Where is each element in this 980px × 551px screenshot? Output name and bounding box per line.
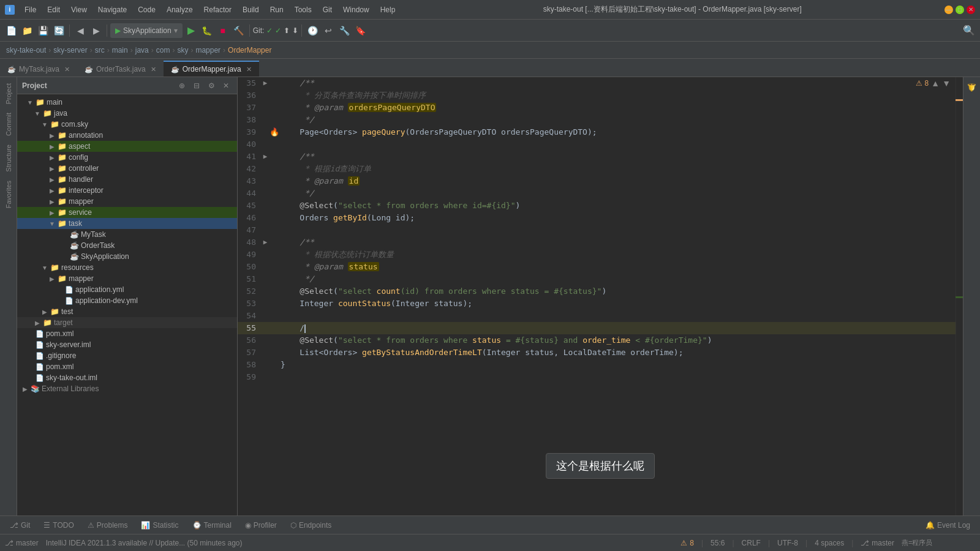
tree-comsky[interactable]: ▼ 📁 com.sky [17,119,237,130]
stop-button[interactable]: ■ [216,23,230,38]
menu-file[interactable]: File [20,4,41,16]
code-content[interactable]: 35 ▶ /** 36 * 分页条件查询并按下单时间排序 [238,77,956,515]
status-encoding[interactable]: UTF-8 [777,539,798,547]
tab-close-ordertask[interactable]: ✕ [151,66,156,73]
status-branch-right[interactable]: ⎇ master [861,539,894,547]
bc-server[interactable]: sky-server [53,46,87,54]
close-panel-button[interactable]: ✕ [220,80,232,92]
bc-mapper[interactable]: mapper [195,46,221,54]
bottom-tab-terminal[interactable]: ⌚ Terminal [186,519,238,532]
bottom-tab-problems[interactable]: ⚠ Problems [81,519,134,532]
tree-resources[interactable]: ▼ 📁 resources [17,262,237,273]
status-hg-item[interactable]: ⎇ master [5,539,39,547]
bc-java[interactable]: java [135,46,149,54]
run-button[interactable]: ▶ [184,23,198,38]
bc-com[interactable]: com [156,46,170,54]
locate-button[interactable]: ⊕ [176,80,188,92]
tree-annotation[interactable]: ▶ 📁 annotation [17,130,237,141]
settings-button[interactable]: 🔧 [337,23,352,38]
status-warning[interactable]: ⚠ 8 [680,539,694,547]
close-button[interactable]: ✕ [967,6,975,14]
tree-skyout[interactable]: 📄 sky-take-out.iml [17,372,237,383]
status-idea-update[interactable]: IntelliJ IDEA 2021.1.3 available // Upda… [46,539,243,547]
collapse-all-button[interactable]: ⊟ [190,80,203,92]
tab-ordermapper[interactable]: ☕ OrderMapper.java ✕ [164,61,259,77]
tree-service[interactable]: ▶ 📁 service [17,207,237,218]
tab-close-ordermapper[interactable]: ✕ [246,66,252,73]
tree-interceptor[interactable]: ▶ 📁 interceptor [17,185,237,196]
bottom-tab-git[interactable]: ⎇ Git [4,519,36,532]
tree-appdevyml[interactable]: 📄 application-dev.yml [17,295,237,306]
tree-target[interactable]: ▶ 📁 target [17,317,237,328]
forward-button[interactable]: ▶ [89,23,104,38]
bc-main[interactable]: main [112,46,128,54]
favorites-icon[interactable]: Favorites [2,177,15,212]
notifications-icon[interactable]: 🔔 [965,80,979,96]
refresh-button[interactable]: 🔄 [51,23,66,38]
menu-navigate[interactable]: Navigate [93,4,132,16]
tree-extlibs[interactable]: ▶ 📚 External Libraries [17,383,237,394]
bc-sky[interactable]: sky [177,46,188,54]
scroll-up-button[interactable]: ▲ [931,78,940,88]
debug-button[interactable]: 🐛 [200,23,214,38]
new-file-button[interactable]: 📄 [4,23,18,38]
tree-skyiml[interactable]: 📄 sky-server.iml [17,339,237,350]
bottom-tab-statistic[interactable]: 📊 Statistic [135,519,184,532]
menu-tools[interactable]: Tools [290,4,317,16]
tree-java[interactable]: ▼ 📁 java [17,108,237,119]
bottom-tab-eventlog[interactable]: 🔔 Event Log [919,519,976,532]
tab-close-mytask[interactable]: ✕ [64,66,70,73]
bottom-tab-profiler[interactable]: ◉ Profiler [239,519,283,532]
tree-main[interactable]: ▼ 📁 main [17,97,237,108]
tree-pomxml[interactable]: 📄 pom.xml [17,328,237,339]
git-push-icon[interactable]: ⬆ [284,26,290,35]
git-pull-icon[interactable]: ⬇ [292,26,298,35]
tree-res-mapper[interactable]: ▶ 📁 mapper [17,273,237,284]
history-button[interactable]: 🕐 [305,23,320,38]
status-crlf[interactable]: CRLF [742,539,761,547]
tree-controller[interactable]: ▶ 📁 controller [17,163,237,174]
tree-gitignore[interactable]: 📄 .gitignore [17,350,237,361]
bc-src[interactable]: src [95,46,105,54]
bc-project[interactable]: sky-take-out [6,46,46,54]
menu-refactor[interactable]: Refactor [199,4,236,16]
tree-handler[interactable]: ▶ 📁 handler [17,174,237,185]
bottom-tab-todo[interactable]: ☰ TODO [37,519,80,532]
tree-ordertask[interactable]: ☕ OrderTask [17,240,237,251]
commit-icon[interactable]: Commit [2,109,15,140]
menu-run[interactable]: Run [265,4,288,16]
menu-window[interactable]: Window [338,4,374,16]
tab-ordertask[interactable]: ☕ OrderTask.java ✕ [77,61,164,77]
tree-mapper[interactable]: ▶ 📁 mapper [17,196,237,207]
save-button[interactable]: 💾 [36,23,50,38]
code-editor[interactable]: 35 ▶ /** 36 * 分页条件查询并按下单时间排序 [238,77,963,515]
bottom-tab-endpoints[interactable]: ⬡ Endpoints [284,519,337,532]
menu-help[interactable]: Help [375,4,401,16]
bookmark-button[interactable]: 🔖 [353,23,368,38]
open-button[interactable]: 📁 [20,23,34,38]
back-button[interactable]: ◀ [73,23,88,38]
status-position[interactable]: 55:6 [710,539,725,547]
run-config-dropdown[interactable]: ▶ SkyApplication ▾ [110,23,183,38]
structure-icon[interactable]: Structure [2,141,15,176]
tree-aspect[interactable]: ▶ 📁 aspect [17,141,237,152]
project-panel-icon[interactable]: Project [2,80,15,108]
tree-appyml[interactable]: 📄 application.yml [17,284,237,295]
fold-41[interactable]: ▶ [261,151,270,163]
tree-test[interactable]: ▶ 📁 test [17,306,237,317]
bc-ordermapper[interactable]: OrderMapper [228,46,271,54]
fold-35[interactable]: ▶ [261,77,270,89]
menu-analyze[interactable]: Analyze [162,4,198,16]
maximize-button[interactable]: □ [956,6,964,14]
scroll-down-button[interactable]: ▼ [942,78,951,88]
menu-code[interactable]: Code [133,4,160,16]
menu-edit[interactable]: Edit [42,4,65,16]
tree-config[interactable]: ▶ 📁 config [17,152,237,163]
menu-git[interactable]: Git [318,4,337,16]
revert-button[interactable]: ↩ [321,23,336,38]
settings-panel-button[interactable]: ⚙ [205,80,217,92]
minimize-button[interactable]: — [944,6,953,14]
tab-mytask[interactable]: ☕ MyTask.java ✕ [0,61,77,77]
build-button[interactable]: 🔨 [232,23,246,38]
tree-skyapplication[interactable]: ☕ SkyApplication [17,251,237,262]
